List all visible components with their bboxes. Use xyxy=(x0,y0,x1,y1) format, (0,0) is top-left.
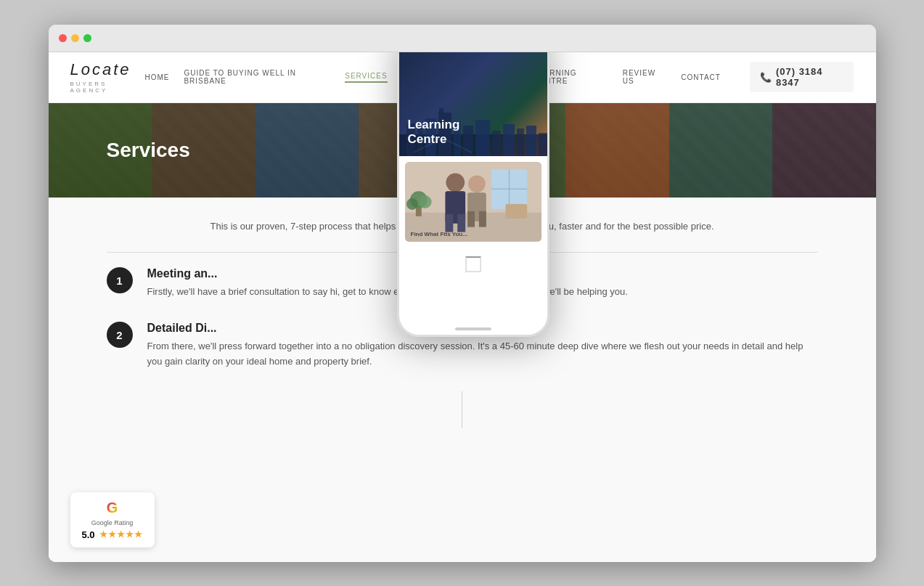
svg-rect-5 xyxy=(439,108,443,114)
step-number-2: 2 xyxy=(107,322,133,348)
step-desc-1: Firstly, we'll have a brief consultation… xyxy=(147,285,628,300)
nav-review[interactable]: REVIEW US xyxy=(623,69,667,85)
nav-services[interactable]: SERVICES xyxy=(345,72,387,83)
svg-rect-10 xyxy=(503,124,515,156)
svg-rect-11 xyxy=(517,129,524,156)
phone-home-indicator[interactable] xyxy=(455,327,491,330)
loading-spinner xyxy=(465,256,481,272)
step-content-1: Meeting an... Firstly, we'll have a brie… xyxy=(147,267,628,300)
rating-stars: ★★★★★ xyxy=(99,529,143,540)
nav-contact[interactable]: CONTACT xyxy=(681,73,721,81)
google-rating: G Google Rating 5.0 ★★★★★ xyxy=(70,492,155,548)
logo-subtext: BUYERS AGENCY xyxy=(70,81,145,94)
phone-card2-background xyxy=(405,162,541,242)
svg-rect-12 xyxy=(526,126,536,156)
browser-bar xyxy=(49,25,876,52)
browser-window: Locate BUYERS AGENCY HOME GUIDE TO BUYIN… xyxy=(49,25,876,562)
phone-loading-area xyxy=(399,248,547,281)
svg-rect-24 xyxy=(445,213,453,232)
svg-rect-9 xyxy=(492,131,501,156)
google-g-icon: G xyxy=(107,500,118,516)
nav-phone[interactable]: 📞 (07) 3184 8347 xyxy=(750,62,854,92)
svg-rect-7 xyxy=(463,126,473,156)
step-number-1: 1 xyxy=(107,267,133,293)
rating-row: 5.0 ★★★★★ xyxy=(82,529,143,540)
phone-mockup-overlay: Locate BUYERS AGENCY ≡ xyxy=(397,52,549,562)
browser-dot-yellow[interactable] xyxy=(71,34,79,42)
phone-second-card[interactable]: Find What Fits You... xyxy=(405,162,541,242)
svg-point-26 xyxy=(468,175,486,192)
browser-dot-red[interactable] xyxy=(59,34,67,42)
room-scene-svg xyxy=(405,162,541,242)
svg-rect-28 xyxy=(467,211,475,227)
phone-card-title: LearningCentre xyxy=(408,118,460,147)
svg-rect-25 xyxy=(457,213,465,232)
phone-icon: 📞 xyxy=(760,72,772,83)
phone-card2-label: Find What Fits You... xyxy=(411,231,467,237)
phone-learning-centre-card[interactable]: LearningCentre xyxy=(399,52,547,156)
svg-point-32 xyxy=(406,198,417,210)
nav-home[interactable]: HOME xyxy=(144,73,169,81)
svg-rect-29 xyxy=(478,211,486,227)
logo-text[interactable]: Locate xyxy=(70,60,145,79)
nav-guide[interactable]: GUIDE TO BUYING WELL IN BRISBANE xyxy=(184,69,330,85)
website-content: Locate BUYERS AGENCY HOME GUIDE TO BUYIN… xyxy=(49,52,876,562)
logo-area: Locate BUYERS AGENCY xyxy=(70,60,145,94)
hero-title: Services xyxy=(107,139,190,162)
browser-dot-green[interactable] xyxy=(83,34,91,42)
svg-rect-13 xyxy=(539,133,547,156)
svg-rect-21 xyxy=(505,203,527,218)
step-title-1: Meeting an... xyxy=(147,267,628,280)
svg-point-22 xyxy=(446,173,465,192)
svg-point-33 xyxy=(418,195,431,208)
phone-device: Locate BUYERS AGENCY ≡ xyxy=(397,52,549,337)
google-label: Google Rating xyxy=(91,519,134,526)
phone-number: (07) 3184 8347 xyxy=(776,66,844,88)
rating-score: 5.0 xyxy=(82,529,95,540)
svg-rect-8 xyxy=(475,120,490,156)
